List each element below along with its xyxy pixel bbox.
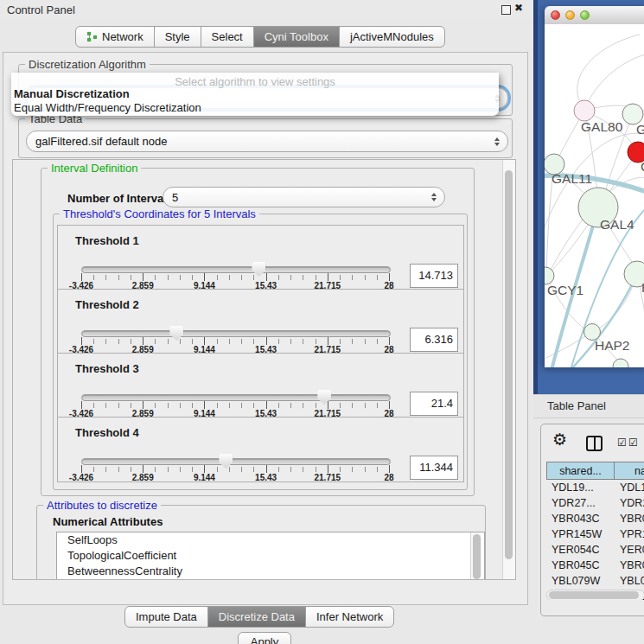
slider-major-tick <box>143 273 143 281</box>
threshold-value-field[interactable]: 11.344 <box>410 456 458 480</box>
table-panel-window: ⚙ ☑ ☑ shared... na YDL19...YDL1YDR27...Y… <box>540 424 644 616</box>
slider-major-tick <box>81 337 82 345</box>
node-partial-bottom[interactable] <box>613 359 628 367</box>
node-label-gal4: GAL4 <box>600 217 634 232</box>
column-header-shared-name[interactable]: shared... <box>546 462 615 480</box>
threshold-label: Threshold 1 <box>75 234 139 247</box>
slider-major-tick <box>389 465 390 473</box>
attributes-scrollbar[interactable] <box>470 532 481 580</box>
table-horizontal-scrollbar[interactable] <box>546 590 644 600</box>
float-window-icon[interactable] <box>501 5 511 15</box>
thresholds-group: Threshold's Coordinates for 5 Intervals … <box>53 214 468 490</box>
cell-name: YER0 <box>620 542 644 558</box>
numerical-attributes-label: Numerical Attributes <box>53 515 163 528</box>
tab-discretize-data[interactable]: Discretize Data <box>207 606 306 628</box>
table-data-combobox[interactable]: galFiltered.sif default node <box>26 131 508 152</box>
attribute-list-item[interactable]: BetweennessCentrality <box>57 564 484 579</box>
slider-major-tick <box>266 273 267 281</box>
discretization-algorithm-label: Discretization Algorithm <box>25 58 150 71</box>
table-row[interactable]: YDL19...YDL1 <box>546 480 644 495</box>
node-gal80[interactable] <box>574 100 595 121</box>
slider-major-tick <box>81 401 82 409</box>
table-row[interactable]: YDR27...YDR2 <box>546 495 644 511</box>
slider-major-tick <box>266 401 267 409</box>
slider-tick-label: 28 <box>368 473 410 482</box>
slider-major-tick <box>389 337 390 345</box>
tab-label: Cyni Toolbox <box>265 27 328 48</box>
zoom-traffic-light-icon[interactable] <box>580 10 590 20</box>
table-panel-title: Table Panel <box>547 399 606 412</box>
slider-major-tick <box>81 465 82 473</box>
gear-icon[interactable]: ⚙ <box>552 430 567 450</box>
slider-major-tick <box>204 337 205 345</box>
cell-name: YDL1 <box>620 480 644 495</box>
slider-major-tick <box>389 401 390 409</box>
settings-scrollbar[interactable] <box>502 160 515 579</box>
network-view-window: GAL80 GA C GAL11 GAL4 GCY1 H HAP2 <box>545 6 644 367</box>
close-icon[interactable]: ✖ <box>514 2 523 14</box>
algorithm-placeholder: Select algorithm to view settings <box>11 75 499 88</box>
node-attribute-table[interactable]: shared... na YDL19...YDL1YDR27...YDR2YBR… <box>546 462 644 600</box>
threshold-value-field[interactable]: 6.316 <box>410 328 458 352</box>
column-header-name[interactable]: na <box>614 462 644 480</box>
table-data-group: Table Data galFiltered.sif default node <box>18 118 513 158</box>
slider-track[interactable] <box>81 330 391 337</box>
panel-title: Control Panel <box>7 3 75 16</box>
cell-name: YDR2 <box>620 495 644 511</box>
slider-major-tick <box>328 337 328 345</box>
slider-track[interactable] <box>81 394 391 401</box>
tab-style[interactable]: Style <box>154 26 201 48</box>
slider-major-tick <box>204 273 205 281</box>
tab-jactivemnodules[interactable]: jActiveMNodules <box>339 26 445 48</box>
tab-network[interactable]: Network <box>75 26 155 48</box>
network-canvas[interactable]: GAL80 GA C GAL11 GAL4 GCY1 H HAP2 <box>545 24 644 367</box>
top-tab-bar: NetworkStyleSelectCyni ToolboxjActiveMNo… <box>75 26 445 48</box>
threshold-value-field[interactable]: 21.4 <box>410 392 458 416</box>
attribute-list-item[interactable]: SelfLoops <box>57 532 484 548</box>
attribute-list-item[interactable]: TopologicalCoefficient <box>57 548 484 564</box>
table-row[interactable]: YBR043CYBR0 <box>546 511 644 526</box>
cell-shared-name: YDL19... <box>552 480 594 495</box>
table-row[interactable]: YER054CYER0 <box>546 542 644 558</box>
table-row[interactable]: YBL079WYBL0 <box>546 573 644 589</box>
minimize-traffic-light-icon[interactable] <box>565 10 575 20</box>
table-data-value: galFiltered.sif default node <box>35 135 167 148</box>
columns-icon[interactable] <box>586 436 603 451</box>
attributes-group: Attributes to discretize Numerical Attri… <box>36 505 486 580</box>
combo-stepper-icon <box>494 137 500 146</box>
tab-select[interactable]: Select <box>201 26 254 48</box>
threshold-label: Threshold 3 <box>75 362 139 375</box>
tab-infer-network[interactable]: Infer Network <box>305 606 394 628</box>
algorithm-option-1[interactable]: Manual Discretization <box>14 87 130 100</box>
tab-impute-data[interactable]: Impute Data <box>124 606 208 628</box>
slider-major-tick <box>143 337 143 345</box>
tab-cyni-toolbox[interactable]: Cyni Toolbox <box>253 26 340 48</box>
slider-major-tick <box>328 465 328 473</box>
apply-button[interactable]: Apply <box>238 632 291 644</box>
number-of-intervals-combobox[interactable]: 5 <box>163 187 445 207</box>
slider-minor-ticks <box>81 275 390 280</box>
numerical-attributes-list[interactable]: SelfLoopsTopologicalCoefficientBetweenne… <box>56 532 485 580</box>
threshold-panel-1: Threshold 1-3.4262.8599.14415.4321.71528… <box>57 225 464 290</box>
checkbox-icon[interactable]: ☑ <box>628 437 638 449</box>
cell-name: YBR0 <box>620 558 644 573</box>
algorithm-option-2[interactable]: Equal Width/Frequency Discretization <box>14 101 201 114</box>
network-icon <box>86 31 98 42</box>
slider-track[interactable] <box>81 266 391 273</box>
threshold-value-field[interactable]: 14.713 <box>410 264 458 288</box>
slider-track[interactable] <box>81 458 391 465</box>
tab-label: Infer Network <box>316 607 383 628</box>
table-row[interactable]: YBR045CYBR0 <box>546 558 644 573</box>
slider-minor-ticks <box>81 467 390 472</box>
table-row[interactable]: YPR145WYPR1 <box>546 526 644 542</box>
network-window-titlebar[interactable] <box>545 6 644 25</box>
checkbox-icon[interactable]: ☑ <box>617 437 627 449</box>
cell-name: YPR1 <box>620 526 644 542</box>
threshold-label: Threshold 2 <box>75 298 139 311</box>
close-traffic-light-icon[interactable] <box>551 10 560 20</box>
slider-minor-ticks <box>81 339 390 344</box>
cell-shared-name: YBL079W <box>552 573 600 589</box>
slider-minor-ticks <box>81 403 390 408</box>
tab-label: Network <box>102 27 143 48</box>
node-label-gal11: GAL11 <box>552 171 592 186</box>
